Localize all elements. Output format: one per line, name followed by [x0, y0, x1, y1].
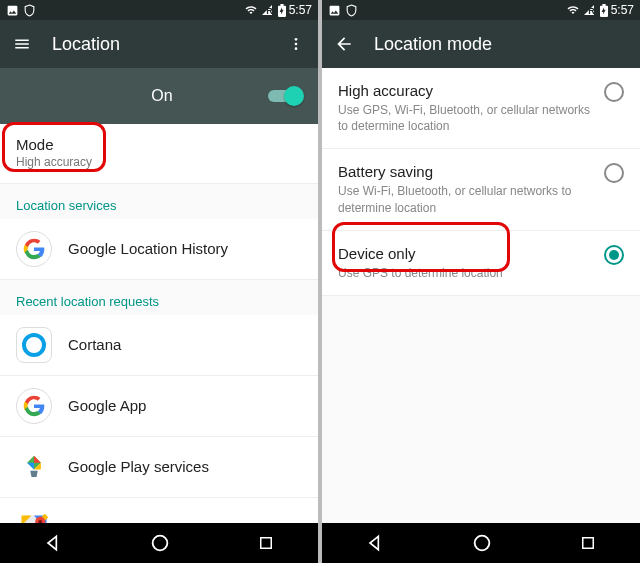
list-item[interactable]: Google Location History: [0, 219, 318, 280]
section-location-services: Location services: [0, 184, 318, 219]
page-title: Location mode: [374, 34, 492, 55]
item-label: Google App: [68, 397, 302, 414]
app-bar: Location mode: [322, 20, 640, 68]
section-recent-requests: Recent location requests: [0, 280, 318, 315]
option-title: High accuracy: [338, 82, 594, 99]
list-item[interactable]: Google App: [0, 376, 318, 437]
back-icon[interactable]: [334, 34, 354, 54]
option-desc: Use GPS to determine location: [338, 265, 594, 281]
cortana-icon: [16, 327, 52, 363]
status-time: 5:57: [611, 3, 634, 17]
home-button[interactable]: [149, 532, 171, 554]
mode-option-high-accuracy[interactable]: High accuracy Use GPS, Wi-Fi, Bluetooth,…: [322, 68, 640, 149]
recents-button[interactable]: [579, 534, 597, 552]
page-title: Location: [52, 34, 120, 55]
phone-right: R 5:57 Location mode High accuracy Use G…: [322, 0, 640, 563]
svg-point-2: [295, 47, 298, 50]
google-icon: [16, 388, 52, 424]
shield-icon: [23, 4, 36, 17]
app-bar: Location: [0, 20, 318, 68]
battery-icon: [278, 4, 286, 17]
signal-label: R: [266, 6, 273, 16]
status-bar: R 5:57: [322, 0, 640, 20]
svg-point-8: [475, 536, 490, 551]
radio-button[interactable]: [604, 163, 624, 183]
picture-icon: [328, 4, 341, 17]
back-button[interactable]: [365, 533, 385, 553]
maps-icon: [16, 510, 52, 523]
mode-title: Mode: [16, 136, 302, 153]
recents-button[interactable]: [257, 534, 275, 552]
item-label: Google Location History: [68, 240, 302, 257]
option-title: Device only: [338, 245, 594, 262]
svg-point-6: [153, 536, 168, 551]
mode-option-device-only[interactable]: Device only Use GPS to determine locatio…: [322, 231, 640, 296]
svg-point-0: [295, 38, 298, 41]
status-bar: R 5:57: [0, 0, 318, 20]
back-button[interactable]: [43, 533, 63, 553]
shield-icon: [345, 4, 358, 17]
list-item[interactable]: Google Play services: [0, 437, 318, 498]
option-title: Battery saving: [338, 163, 594, 180]
list-item[interactable]: Maps: [0, 498, 318, 523]
home-button[interactable]: [471, 532, 493, 554]
nav-bar: [322, 523, 640, 563]
signal-label: R: [588, 6, 595, 16]
option-desc: Use Wi-Fi, Bluetooth, or cellular networ…: [338, 183, 594, 215]
content-left: On Mode High accuracy Location services …: [0, 68, 318, 523]
mode-option-battery-saving[interactable]: Battery saving Use Wi-Fi, Bluetooth, or …: [322, 149, 640, 230]
status-time: 5:57: [289, 3, 312, 17]
play-services-icon: [16, 449, 52, 485]
svg-rect-9: [583, 538, 594, 549]
menu-icon[interactable]: [12, 34, 32, 54]
location-toggle-row[interactable]: On: [0, 68, 318, 124]
mode-value: High accuracy: [16, 155, 302, 171]
wifi-icon: [566, 4, 580, 16]
list-item[interactable]: Cortana: [0, 315, 318, 376]
toggle-label: On: [56, 87, 268, 105]
wifi-icon: [244, 4, 258, 16]
option-desc: Use GPS, Wi-Fi, Bluetooth, or cellular n…: [338, 102, 594, 134]
picture-icon: [6, 4, 19, 17]
nav-bar: [0, 523, 318, 563]
radio-button[interactable]: [604, 82, 624, 102]
battery-icon: [600, 4, 608, 17]
mode-row[interactable]: Mode High accuracy: [0, 124, 318, 184]
item-label: Cortana: [68, 336, 302, 353]
google-icon: [16, 231, 52, 267]
overflow-icon[interactable]: [286, 34, 306, 54]
radio-button[interactable]: [604, 245, 624, 265]
location-switch[interactable]: [268, 87, 302, 105]
item-label: Google Play services: [68, 458, 302, 475]
svg-rect-7: [261, 538, 272, 549]
content-right: High accuracy Use GPS, Wi-Fi, Bluetooth,…: [322, 68, 640, 523]
svg-point-1: [295, 43, 298, 46]
phone-left: R 5:57 Location On: [0, 0, 318, 563]
